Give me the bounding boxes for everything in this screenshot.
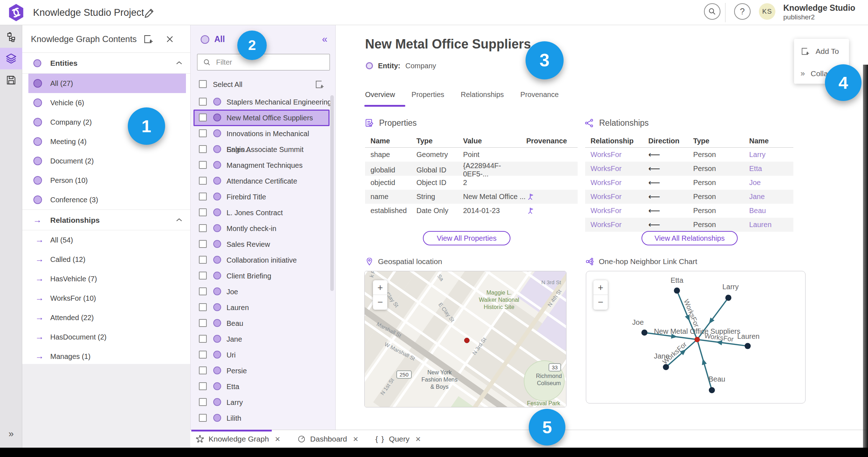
list-item[interactable]: Uri bbox=[191, 347, 335, 363]
relationships-section-header[interactable]: → Relationships bbox=[22, 209, 190, 230]
entity-type-item[interactable]: Vehicle (6) bbox=[22, 93, 190, 112]
item-checkbox[interactable] bbox=[199, 193, 207, 200]
tab-properties[interactable]: Properties bbox=[411, 91, 444, 104]
provenance-flag-icon[interactable] bbox=[526, 193, 582, 201]
relationship-link[interactable]: WorksFor bbox=[591, 221, 648, 229]
entity-type-item[interactable]: Person (10) bbox=[22, 171, 190, 190]
list-item[interactable]: Joe bbox=[191, 284, 335, 300]
related-entity-link[interactable]: Larry bbox=[749, 151, 799, 159]
view-all-properties-button[interactable]: View All Properties bbox=[423, 231, 510, 245]
close-tab-icon[interactable]: ✕ bbox=[353, 435, 359, 443]
list-item[interactable]: Client Briefing bbox=[191, 268, 335, 284]
relationship-row[interactable]: WorksFor⟵PersonJoe bbox=[585, 176, 793, 190]
relationship-link[interactable]: WorksFor bbox=[591, 207, 648, 215]
close-tab-icon[interactable]: ✕ bbox=[415, 435, 421, 443]
relationship-type-item[interactable]: →HasVehicle (7) bbox=[22, 269, 190, 288]
entity-type-item[interactable]: Document (2) bbox=[22, 151, 190, 171]
filter-input[interactable] bbox=[216, 54, 324, 70]
list-item[interactable]: Sales Review bbox=[191, 236, 335, 252]
item-checkbox[interactable] bbox=[199, 303, 207, 311]
search-button[interactable] bbox=[704, 3, 720, 20]
bottom-tab-knowledge-graph[interactable]: Knowledge Graph✕ bbox=[196, 435, 280, 443]
item-checkbox[interactable] bbox=[199, 208, 207, 216]
collapse-panel-icon[interactable]: « bbox=[322, 34, 327, 45]
help-button[interactable]: ? bbox=[734, 3, 751, 20]
zoom-out-button[interactable]: − bbox=[373, 295, 387, 310]
user-info[interactable]: Knowledge Studio publisher2 bbox=[783, 3, 855, 21]
list-item[interactable]: Collaboration initiative bbox=[191, 252, 335, 268]
item-checkbox[interactable] bbox=[199, 414, 207, 422]
item-checkbox[interactable] bbox=[199, 177, 207, 185]
provenance-flag-icon[interactable] bbox=[526, 207, 582, 215]
list-item[interactable]: Montly check-in bbox=[191, 221, 335, 236]
list-item[interactable]: Staplers Mechanical Engineering bbox=[191, 94, 335, 110]
item-checkbox[interactable] bbox=[199, 382, 207, 390]
list-item[interactable]: Jane bbox=[191, 331, 335, 347]
list-item[interactable]: Attendance Certificate bbox=[191, 173, 335, 189]
select-all-checkbox[interactable] bbox=[199, 80, 207, 88]
item-checkbox[interactable] bbox=[199, 351, 207, 359]
item-checkbox[interactable] bbox=[199, 145, 207, 153]
list-item[interactable]: Larry bbox=[191, 394, 335, 410]
bottom-tab-dashboard[interactable]: Dashboard✕ bbox=[297, 435, 359, 443]
close-panel-icon[interactable] bbox=[164, 34, 175, 45]
chevron-up-icon[interactable] bbox=[176, 218, 182, 222]
relationship-link[interactable]: WorksFor bbox=[591, 179, 648, 187]
property-row[interactable]: globalidGlobal ID{A228944F-0EF5-... bbox=[365, 162, 578, 176]
item-checkbox[interactable] bbox=[199, 272, 207, 280]
property-row[interactable]: nameStringNew Metal Office ... bbox=[365, 190, 578, 204]
entity-type-item[interactable]: All (27) bbox=[22, 74, 190, 93]
list-item[interactable]: Persie bbox=[191, 363, 335, 379]
add-to-new-icon[interactable] bbox=[314, 79, 325, 89]
item-checkbox[interactable] bbox=[199, 240, 207, 248]
relationship-type-item[interactable]: →HasDocument (2) bbox=[22, 327, 190, 347]
expand-rail-icon[interactable]: » bbox=[0, 428, 22, 439]
item-checkbox[interactable] bbox=[199, 256, 207, 264]
view-all-relationships-button[interactable]: View All Relationships bbox=[641, 231, 738, 245]
tab-provenance[interactable]: Provenance bbox=[521, 91, 559, 104]
list-item[interactable]: Lauren bbox=[191, 300, 335, 315]
add-to-menu-item[interactable]: Add To bbox=[794, 42, 849, 60]
property-row[interactable]: shapeGeometryPoint bbox=[365, 148, 578, 162]
relationship-row[interactable]: WorksFor⟵PersonLarry bbox=[585, 148, 793, 162]
save-icon[interactable] bbox=[4, 73, 18, 87]
scrollbar[interactable] bbox=[330, 95, 334, 291]
relationship-type-item[interactable]: →Attended (22) bbox=[22, 308, 190, 327]
zoom-in-button[interactable]: + bbox=[373, 280, 387, 295]
list-item[interactable]: L. Jones Contract bbox=[191, 205, 335, 221]
list-item[interactable]: Etta bbox=[191, 379, 335, 394]
entity-type-item[interactable]: Conference (3) bbox=[22, 190, 190, 209]
avatar[interactable]: KS bbox=[759, 3, 775, 20]
relationship-type-item[interactable]: →WorksFor (10) bbox=[22, 288, 190, 308]
edit-title-icon[interactable] bbox=[144, 6, 156, 19]
relationship-type-item[interactable]: →Manages (1) bbox=[22, 347, 190, 366]
relationship-row[interactable]: WorksFor⟵PersonBeau bbox=[585, 204, 793, 218]
tab-relationships[interactable]: Relationships bbox=[461, 91, 504, 104]
item-checkbox[interactable] bbox=[199, 319, 207, 327]
item-checkbox[interactable] bbox=[199, 129, 207, 137]
entity-type-item[interactable]: Company (2) bbox=[22, 112, 190, 132]
item-checkbox[interactable] bbox=[199, 366, 207, 374]
related-entity-link[interactable]: Jane bbox=[749, 193, 799, 201]
relationship-type-item[interactable]: →All (54) bbox=[22, 230, 190, 250]
layers-icon[interactable] bbox=[4, 51, 18, 66]
list-item[interactable]: Beau bbox=[191, 315, 335, 331]
relationship-row[interactable]: WorksFor⟵PersonLauren bbox=[585, 218, 793, 232]
entities-section-header[interactable]: Entities bbox=[22, 53, 190, 74]
related-entity-link[interactable]: Beau bbox=[749, 207, 799, 215]
item-checkbox[interactable] bbox=[199, 98, 207, 106]
list-item[interactable]: New Metal Office Suppliers bbox=[191, 110, 335, 126]
entity-type-item[interactable]: Meeting (4) bbox=[22, 132, 190, 151]
list-item[interactable]: Innovations in Mechanical Engin... bbox=[191, 126, 335, 142]
item-checkbox[interactable] bbox=[199, 161, 207, 169]
list-item[interactable]: Sales Associate Summit bbox=[191, 142, 335, 157]
add-to-new-icon[interactable] bbox=[143, 34, 154, 45]
list-item[interactable]: Managment Techniques bbox=[191, 157, 335, 173]
relationship-link[interactable]: WorksFor bbox=[591, 151, 648, 159]
chevron-up-icon[interactable] bbox=[176, 61, 182, 65]
zoom-out-button[interactable]: − bbox=[593, 295, 608, 310]
related-entity-link[interactable]: Joe bbox=[749, 179, 799, 187]
item-checkbox[interactable] bbox=[199, 114, 207, 121]
relationship-row[interactable]: WorksFor⟵PersonEtta bbox=[585, 162, 793, 176]
item-checkbox[interactable] bbox=[199, 224, 207, 232]
